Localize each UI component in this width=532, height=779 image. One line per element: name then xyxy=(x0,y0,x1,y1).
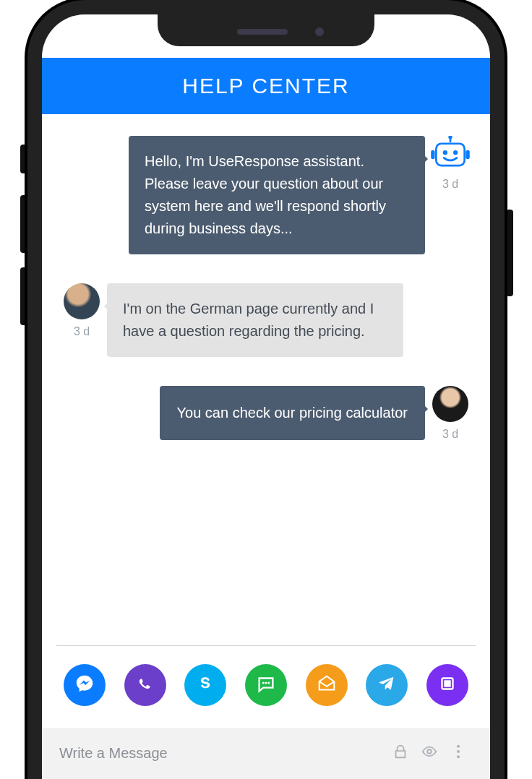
visibility-icon[interactable] xyxy=(415,744,444,763)
phone-notch xyxy=(158,14,374,46)
message-text: Hello, I'm UseResponse assistant. Please… xyxy=(145,153,386,236)
message-bubble: You can check our pricing calculator xyxy=(160,386,425,440)
message-row: 3 d I'm on the German page currently and… xyxy=(56,283,476,357)
svg-point-7 xyxy=(262,682,265,684)
more-icon[interactable] xyxy=(444,744,473,763)
user-avatar xyxy=(64,283,100,319)
chat-area[interactable]: Hello, I'm UseResponse assistant. Please… xyxy=(42,114,490,638)
svg-point-15 xyxy=(457,755,460,758)
stack-icon xyxy=(437,673,458,697)
channel-telegram[interactable] xyxy=(366,664,408,706)
channel-email[interactable] xyxy=(306,664,348,706)
agent-avatar xyxy=(432,386,468,422)
phone-frame: HELP CENTER Hello, I'm UseResponse assis… xyxy=(27,0,505,779)
svg-point-5 xyxy=(443,150,447,155)
channel-sms[interactable] xyxy=(245,664,287,706)
svg-point-8 xyxy=(265,682,267,684)
channels-row xyxy=(42,664,490,728)
svg-point-13 xyxy=(457,745,460,748)
message-timestamp: 3 d xyxy=(442,428,458,441)
message-input-placeholder[interactable]: Write a Message xyxy=(59,745,386,762)
lock-icon[interactable] xyxy=(386,744,415,763)
message-input-bar[interactable]: Write a Message xyxy=(42,728,490,779)
app-header: HELP CENTER xyxy=(42,58,490,114)
svg-point-12 xyxy=(427,749,432,754)
skype-icon xyxy=(194,673,216,697)
message-timestamp: 3 d xyxy=(442,178,458,191)
svg-rect-11 xyxy=(444,680,450,687)
email-icon xyxy=(316,673,338,697)
message-bubble: I'm on the German page currently and I h… xyxy=(107,283,403,357)
svg-rect-2 xyxy=(436,144,464,165)
svg-rect-4 xyxy=(466,150,469,160)
message-timestamp: 3 d xyxy=(74,325,90,338)
svg-point-9 xyxy=(267,682,270,684)
app-screen: HELP CENTER Hello, I'm UseResponse assis… xyxy=(42,14,490,779)
message-text: You can check our pricing calculator xyxy=(177,405,408,421)
svg-point-6 xyxy=(453,150,458,155)
avatar-column: 3 d xyxy=(425,136,476,191)
channel-other[interactable] xyxy=(426,664,468,706)
channel-skype[interactable] xyxy=(184,664,226,706)
svg-point-14 xyxy=(457,750,460,753)
messenger-icon xyxy=(74,673,95,697)
svg-point-1 xyxy=(448,136,452,139)
sms-icon xyxy=(255,673,277,697)
header-title: HELP CENTER xyxy=(182,74,350,98)
channel-messenger[interactable] xyxy=(64,664,106,706)
svg-rect-3 xyxy=(431,150,434,160)
divider xyxy=(56,645,476,646)
bot-icon xyxy=(431,136,470,172)
message-bubble: Hello, I'm UseResponse assistant. Please… xyxy=(129,136,425,254)
channel-viber[interactable] xyxy=(124,664,166,706)
viber-icon xyxy=(134,673,156,697)
message-row: Hello, I'm UseResponse assistant. Please… xyxy=(56,136,476,254)
message-row: You can check our pricing calculator 3 d xyxy=(56,386,476,441)
telegram-icon xyxy=(376,673,398,697)
message-text: I'm on the German page currently and I h… xyxy=(123,301,374,339)
